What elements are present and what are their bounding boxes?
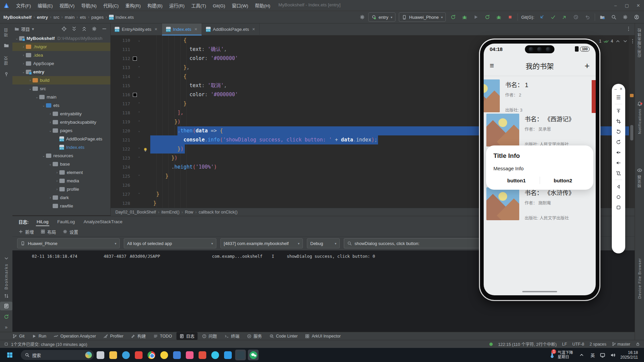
dialog-button1[interactable]: button1 [493,178,540,183]
project-files-button[interactable] [598,13,606,21]
dialog-button2[interactable]: button2 [540,178,586,183]
profile-button[interactable] [472,13,480,21]
breadcrumb-item[interactable]: pages [91,15,104,20]
git-history-button[interactable] [572,13,580,21]
fold-marker[interactable]: ⌃ [138,108,140,117]
process-filter[interactable]: [4837] com.example.mybookshelf▾ [220,238,303,248]
fold-marker[interactable]: ⌄ [138,72,140,81]
tab-close-icon[interactable]: ✕ [194,27,197,32]
app-cyan-icon[interactable] [210,350,220,360]
tree-item-resources[interactable]: ⌄resources [12,152,110,160]
inspections-widget[interactable]: 14 [599,38,635,45]
project-view-selector[interactable]: 项目 ▾ [14,26,34,32]
tab-index-ets[interactable]: Index.ets✕ [162,23,202,36]
account-button[interactable] [633,13,641,21]
breadcrumb-item[interactable]: MyBookshelf [3,15,32,20]
toolwindow-构建[interactable]: 构建 [128,332,149,340]
tray-expand-icon[interactable] [579,352,584,358]
wps-icon[interactable] [197,350,208,360]
breadcrumb-item[interactable]: entry [37,15,48,20]
fold-marker[interactable]: ⌃ [138,144,140,154]
task-view-icon[interactable] [95,350,106,360]
crop-button[interactable] [616,116,621,126]
project-folder[interactable] [0,41,12,50]
delete-button[interactable]: 删除 [592,80,596,113]
phone-screen[interactable]: 04:18 100 我的书架 ≡ + 书名： 1作者： 2出版社: 3删除书名：… [484,44,596,295]
menu-12[interactable]: 帮助(H) [252,2,274,10]
color-preview-chip[interactable] [133,93,137,97]
code-breadcrumb-item[interactable]: callback for onClick() [199,210,237,215]
attach-debugger-button[interactable] [495,13,503,21]
tree-item-dark[interactable]: ›dark [12,193,110,202]
menu-6[interactable]: 重构(R) [122,2,144,10]
toolwindow-服务[interactable]: 服务 [244,332,265,340]
taskbar-clock[interactable]: 16:182025/2/11 [621,350,638,360]
toolwindow-git[interactable]: Git [9,332,28,340]
hilog-search-input[interactable]: showDialog success, click button: [344,238,485,248]
hide-panel-button[interactable] [100,25,108,33]
wechat-icon[interactable] [248,350,259,360]
toolwindow-日志[interactable]: 日志 [176,332,198,340]
tab-addbookpage-ets[interactable]: AddBookPage.ets✕ [202,23,260,36]
tree-item-profile[interactable]: ›profile [12,185,110,193]
git-branch[interactable]: master [612,342,630,347]
tree-item-entryability[interactable]: ›entryability [12,110,110,118]
next-problem-icon[interactable] [623,39,628,44]
search-everywhere-button[interactable] [610,13,618,21]
code-breadcrumb-item[interactable]: Row [185,210,193,215]
menu-button[interactable]: ☰ [616,92,621,103]
tree-item-element[interactable]: ›element [12,168,110,177]
fold-marker[interactable]: ⌃ [138,190,140,199]
edge-browser-icon[interactable] [120,350,131,360]
tab-close-icon[interactable]: ✕ [252,27,255,32]
tree-item-rawfile[interactable]: rawfile [12,202,110,210]
vscode-icon[interactable] [222,350,233,360]
compare[interactable] [0,292,12,300]
breadcrumb-item[interactable]: Index.ets [109,15,134,20]
toolwindow-code-linter[interactable]: Code Linter [266,332,301,340]
lock-icon[interactable] [636,342,640,346]
restart-button[interactable] [483,13,491,21]
scrollbar-thumb[interactable] [630,125,633,140]
editor-scrollbar[interactable] [629,36,635,208]
book-item-3[interactable]: 书名： 《水浒传》作者： 施耐庵出版社: 人民文学出版社 [486,187,593,222]
sync[interactable] [0,312,12,321]
toolwindow-终端[interactable]: 终端 [221,332,243,340]
commit-pin[interactable] [0,70,12,78]
breadcrumb-item[interactable]: src [53,15,59,20]
weather-widget[interactable]: 1气温下降星期日 [549,351,573,359]
git-update-button[interactable] [538,13,546,21]
fold-marker[interactable]: ⌄ [138,126,140,135]
tab-options-icon[interactable] [626,26,631,33]
hilog-action-设置[interactable]: 设置 [63,229,78,235]
indent-style[interactable]: 2 spaces [590,342,606,347]
menu-8[interactable]: 运行(R) [166,2,188,10]
scope-filter[interactable]: All logs of selected app▾ [124,238,216,248]
app-blue-icon[interactable] [171,350,182,360]
tab-close-icon[interactable]: ✕ [154,27,157,32]
git-push-button[interactable] [560,13,569,21]
app-red-icon[interactable] [133,350,144,360]
hilog-tool[interactable] [0,302,12,310]
toolwindow-todo[interactable]: TODO [150,332,175,340]
menu-7[interactable]: 构建(B) [144,2,166,10]
rotate-left-button[interactable] [616,126,621,137]
menu-10[interactable]: Git(G) [210,2,229,10]
hamburger-menu-icon[interactable]: ≡ [490,61,494,70]
toolwindow-run[interactable]: Run [29,332,49,340]
settings-button[interactable] [621,13,629,21]
toolwindow-问题[interactable]: 问题 [199,332,220,340]
menu-5[interactable]: 代码(C) [100,2,122,10]
chevron-down[interactable] [0,254,12,263]
menu-9[interactable]: 工具(T) [188,2,209,10]
book-item-1[interactable]: 书名： 1作者： 2出版社: 3删除 [484,79,593,114]
recents-button[interactable] [616,202,621,213]
tree-item-ets[interactable]: ⌄ets [12,101,110,110]
maximize-icon[interactable]: ▢ [621,3,633,8]
book-item-2[interactable]: 书名： 《西游记》作者： 吴承恩出版社: 人民文学出版社 [486,114,593,148]
volume-down-button[interactable] [616,158,621,168]
hilog-tab-hilog[interactable]: HiLog [36,217,49,226]
hilog-action-新增[interactable]: 新增 [18,229,34,235]
run-button[interactable] [449,13,457,21]
line-separator[interactable]: LF [562,342,567,347]
